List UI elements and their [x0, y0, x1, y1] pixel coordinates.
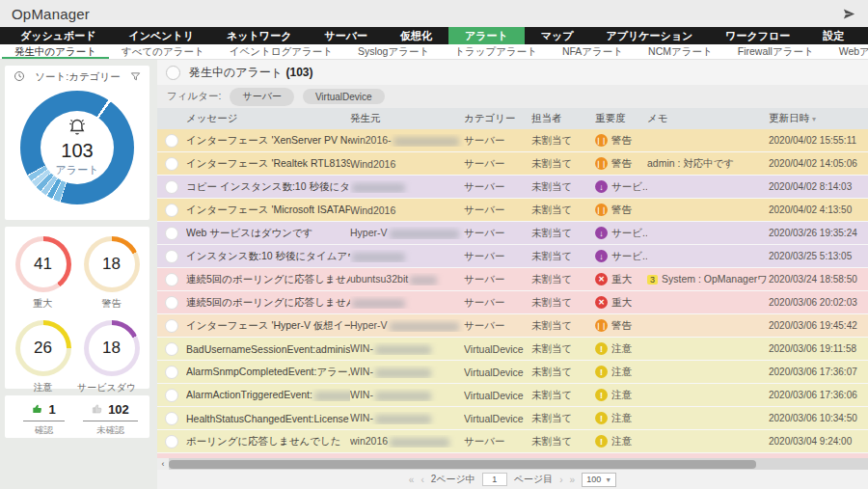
scrollbar-thumb[interactable]	[169, 460, 756, 469]
row-select-radio[interactable]	[165, 342, 178, 356]
first-page-icon[interactable]: «	[409, 475, 415, 485]
message-cell[interactable]: インターフェース 'XenServer PV Network De...	[186, 134, 350, 148]
row-select-radio[interactable]	[165, 250, 178, 263]
col-header-category[interactable]: カテゴリー	[464, 112, 531, 125]
nav-item[interactable]: マップ	[525, 27, 590, 44]
source-cell[interactable]	[350, 296, 464, 308]
message-cell[interactable]: 連続5回のポーリングに応答しませんでした	[186, 296, 350, 310]
nav-item[interactable]: 設定	[806, 27, 860, 44]
source-cell[interactable]	[350, 180, 464, 192]
nav-item[interactable]: アプリケーション	[589, 27, 709, 44]
message-cell[interactable]: 連続5回のポーリングに応答しませんでした	[186, 273, 350, 286]
page-number-input[interactable]	[482, 473, 507, 486]
alert-category-donut-chart[interactable]: 103 アラート	[20, 91, 134, 204]
col-header-assignee[interactable]: 担当者	[531, 112, 595, 125]
filter-chip-virtualdevice[interactable]: VirtualDevice	[303, 89, 385, 104]
nav-item[interactable]: 仮想化	[384, 27, 448, 44]
message-cell[interactable]: インターフェース 'Realtek RTL8139C+ Fast E...	[186, 157, 350, 171]
scroll-left-arrow-icon[interactable]: ‹	[157, 459, 169, 469]
row-select-radio[interactable]	[165, 180, 178, 194]
source-cell[interactable]	[350, 250, 464, 261]
select-all-radio[interactable]	[166, 66, 180, 80]
row-select-radio[interactable]	[165, 389, 178, 402]
col-header-message[interactable]: メッセージ	[186, 112, 350, 125]
filter-funnel-icon[interactable]	[130, 71, 141, 84]
source-cell[interactable]: WIN-	[350, 412, 464, 423]
prev-page-icon[interactable]: ‹	[420, 475, 423, 485]
memo-count-badge[interactable]: 3	[647, 275, 658, 285]
message-cell[interactable]: HealthStatusChangedEvent:License Service…	[186, 413, 350, 424]
col-header-severity[interactable]: 重要度	[595, 112, 647, 125]
nav-item[interactable]: アラート	[448, 27, 525, 44]
last-page-icon[interactable]: »	[570, 475, 576, 485]
source-cell[interactable]: WIN-	[350, 389, 464, 400]
history-clock-icon[interactable]	[14, 70, 25, 84]
source-cell[interactable]: WIN-	[350, 342, 464, 354]
table-row[interactable]: 連続5回のポーリングに応答しませんでしたubuntsu32bitサーバー未割当て…	[157, 268, 868, 290]
severity-ring[interactable]: 41重大	[9, 236, 77, 311]
table-row[interactable]: HealthStatusChangedEvent:License Service…	[157, 407, 868, 429]
row-select-radio[interactable]	[165, 134, 178, 148]
table-row[interactable]: ポーリングに応答しませんでしたwin2016サーバー未割当て注意2020/03/…	[157, 430, 868, 452]
next-page-icon[interactable]: ›	[559, 475, 562, 485]
nav-item[interactable]: ネットワーク	[210, 27, 308, 44]
severity-ring[interactable]: 18警告	[77, 236, 146, 311]
subnav-item[interactable]: 発生中のアラート	[2, 44, 109, 59]
row-select-radio[interactable]	[165, 412, 178, 425]
table-row[interactable]: インターフェース 'Microsoft ISATAP Adapter-...Wi…	[157, 199, 868, 221]
table-row[interactable]: AlarmSnmpCompletedEvent:アラーム「テス...WIN-Vi…	[157, 361, 868, 383]
message-cell[interactable]: インターフェース 'Microsoft ISATAP Adapter-...	[186, 204, 350, 217]
row-select-radio[interactable]	[165, 204, 178, 217]
col-header-source[interactable]: 発生元	[350, 112, 464, 125]
subnav-item[interactable]: Firewallアラート	[725, 44, 827, 59]
table-row[interactable]: BadUsernameSessionEvent:administrator@vs…	[157, 338, 868, 360]
table-row[interactable]: Web サービスはダウンですHyper-Vサーバー未割当てサービ...2020/…	[157, 222, 868, 244]
table-row[interactable]: インターフェース 'Realtek RTL8139C+ Fast E...Win…	[157, 152, 868, 175]
subnav-item[interactable]: Syslogアラート	[345, 44, 442, 59]
table-row[interactable]: インターフェース 'XenServer PV Network De...win2…	[157, 129, 868, 151]
subnav-item[interactable]: イベントログアラート	[217, 44, 345, 59]
row-select-radio[interactable]	[165, 273, 178, 286]
col-header-updated[interactable]: 更新日時▾	[769, 112, 868, 125]
nav-item[interactable]: インベントリ	[113, 27, 211, 44]
source-cell[interactable]: Hyper-V	[350, 227, 464, 238]
subnav-item[interactable]: Webアラート	[827, 44, 868, 59]
table-row[interactable]: 連続5回のポーリングに応答しませんでしたサーバー未割当て重大2020/03/06…	[157, 291, 868, 313]
page-size-select[interactable]: 100▼	[582, 473, 616, 487]
message-cell[interactable]: ポーリングに応答しませんでした	[186, 435, 350, 448]
message-cell[interactable]: インターフェース 'Hyper-V 仮想イーサネット...	[186, 319, 350, 333]
nav-item[interactable]: サーバー	[308, 27, 384, 44]
message-cell[interactable]: Web サービスはダウンです	[186, 227, 350, 240]
subnav-item[interactable]: すべてのアラート	[109, 44, 217, 59]
source-cell[interactable]: win2016-	[350, 134, 464, 146]
nav-item[interactable]: ダッシュボード	[4, 27, 113, 44]
filter-chip-server[interactable]: サーバー	[230, 88, 293, 106]
row-select-radio[interactable]	[165, 227, 178, 240]
row-select-radio[interactable]	[165, 435, 178, 448]
table-row[interactable]: コピー インスタンス数:10 秒後にタイムアウ...サーバー未割当てサービ...…	[157, 176, 868, 198]
ack-confirmed[interactable]: 1確認	[11, 402, 77, 433]
message-cell[interactable]: AlarmSnmpCompletedEvent:アラーム「テス...	[186, 366, 350, 379]
col-header-memo[interactable]: メモ	[647, 112, 769, 125]
subnav-item[interactable]: トラップアラート	[442, 44, 550, 59]
subnav-item[interactable]: NCMアラート	[636, 44, 725, 59]
table-row[interactable]: AlarmActionTriggeredEvent:WIN-VirtualDev…	[157, 384, 868, 406]
paper-plane-icon[interactable]	[842, 7, 856, 21]
source-cell[interactable]: Wind2016	[350, 158, 464, 170]
row-select-radio[interactable]	[165, 157, 178, 171]
nav-item[interactable]: レポート	[860, 27, 868, 44]
table-row[interactable]: インターフェース 'Hyper-V 仮想イーサネット...Hyper-Vサーバー…	[157, 314, 868, 337]
nav-item[interactable]: ワークフロー	[709, 27, 806, 44]
message-cell[interactable]: BadUsernameSessionEvent:administrator@vs…	[186, 343, 350, 355]
message-cell[interactable]: コピー インスタンス数:10 秒後にタイムアウ...	[186, 180, 350, 194]
ack-unconfirmed[interactable]: 102未確認	[77, 402, 144, 433]
message-cell[interactable]: インスタンス数:10 秒後にタイムアウトにな...	[186, 250, 350, 263]
source-cell[interactable]: Wind2016	[350, 204, 464, 216]
message-cell[interactable]: AlarmActionTriggeredEvent:	[186, 389, 350, 400]
table-row[interactable]: インスタンス数:10 秒後にタイムアウトにな...サーバー未割当てサービ...2…	[157, 245, 868, 267]
source-cell[interactable]: win2016	[350, 435, 464, 447]
source-cell[interactable]: WIN-	[350, 366, 464, 377]
row-select-radio[interactable]	[165, 366, 178, 379]
horizontal-scrollbar[interactable]: ‹	[157, 458, 868, 470]
sort-arrow-icon[interactable]: ▾	[812, 115, 816, 123]
